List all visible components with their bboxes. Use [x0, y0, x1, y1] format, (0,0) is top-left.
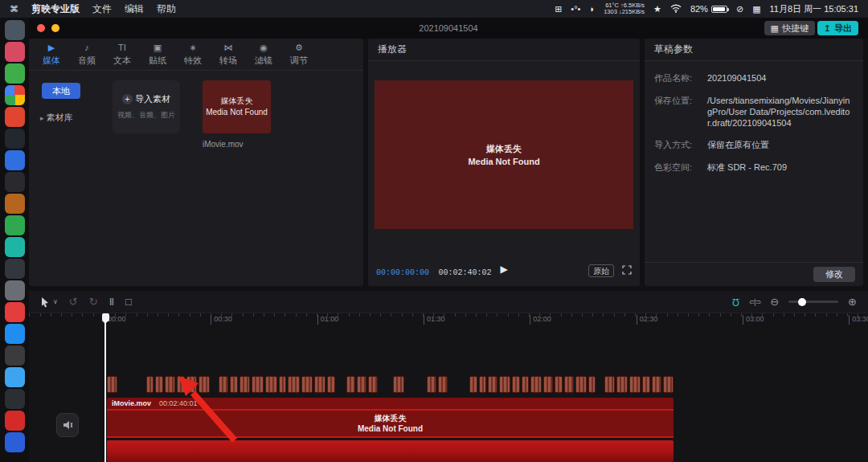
tab-effects[interactable]: ∗特效: [175, 43, 211, 67]
snap-magnet-toggle[interactable]: Ω: [732, 296, 739, 308]
clip-thumbnail[interactable]: [629, 376, 641, 393]
dock-icon-app-1[interactable]: [5, 20, 25, 40]
split-button[interactable]: Ⅱ: [109, 296, 114, 307]
tab-audio[interactable]: ♪音频: [69, 43, 104, 67]
link-preview-toggle[interactable]: ⊂|⊃: [749, 298, 760, 306]
import-material-button[interactable]: +导入素材 视频、音频、图片: [113, 80, 180, 133]
clip-thumbnail[interactable]: [427, 376, 436, 393]
zoom-slider-knob[interactable]: [798, 298, 806, 306]
dock-icon-app-17[interactable]: [5, 367, 25, 387]
clip-thumbnail[interactable]: [279, 376, 286, 393]
menu-help[interactable]: 帮助: [157, 2, 176, 16]
keyboard-input-icon[interactable]: ▦: [752, 4, 760, 14]
dots-status-icon[interactable]: •°•: [571, 4, 580, 14]
network-monitor[interactable]: 61°C ↑6.5KB/s 1303 ↓215KB/s: [604, 2, 645, 16]
clip-thumbnail[interactable]: [230, 376, 238, 393]
dock-icon-app-10[interactable]: [5, 215, 25, 235]
dock-icon-app-6[interactable]: [5, 129, 25, 149]
menu-bar-clock[interactable]: 11月8日 周一 15:05:31: [770, 3, 858, 15]
tab-transition[interactable]: ⋈转场: [211, 43, 246, 67]
clip-thumbnail[interactable]: [522, 376, 529, 393]
dock-icon-app-7[interactable]: [5, 150, 25, 170]
clip-thumbnail[interactable]: [663, 376, 674, 393]
clip-thumbnail[interactable]: [469, 376, 477, 393]
tab-filter[interactable]: ◉滤镜: [246, 43, 281, 67]
clip-thumbnail[interactable]: [288, 376, 300, 393]
clip-thumbnail[interactable]: [543, 376, 553, 393]
dock-icon-app-20[interactable]: [5, 432, 25, 452]
tab-sticker[interactable]: ▣贴纸: [140, 43, 175, 67]
clip-thumbnail[interactable]: [146, 376, 154, 393]
clip-thumbnail[interactable]: [512, 376, 520, 393]
clip-audio-track[interactable]: [107, 440, 674, 462]
clip-thumbnail[interactable]: [155, 376, 163, 393]
clip-thumbnail[interactable]: [393, 376, 404, 393]
zoom-out-button[interactable]: ⊖: [770, 296, 779, 307]
clip-thumbnail[interactable]: [165, 376, 175, 393]
asset-library-item[interactable]: ▸素材库: [40, 112, 98, 124]
delete-button[interactable]: □: [125, 296, 132, 307]
playhead[interactable]: [104, 313, 106, 462]
clip-thumbnail[interactable]: [327, 376, 335, 393]
clip-thumbnail[interactable]: [314, 376, 326, 393]
timeline-zoom-slider[interactable]: [788, 301, 838, 303]
media-missing-thumbnail[interactable]: 媒体丢失 Media Not Found: [203, 80, 271, 133]
select-tool-button[interactable]: ∨: [40, 296, 58, 308]
star-icon[interactable]: ★: [653, 4, 661, 14]
battery-indicator[interactable]: 82%: [690, 4, 727, 14]
clip-thumbnail[interactable]: [530, 376, 542, 393]
clip-thumbnail[interactable]: [499, 376, 510, 393]
clip-thumbnail[interactable]: [616, 376, 628, 393]
play-button[interactable]: ▶: [500, 264, 507, 275]
fullscreen-icon[interactable]: [622, 264, 632, 278]
dock-icon-app-19[interactable]: [5, 411, 25, 431]
clip-thumbnail[interactable]: [107, 376, 117, 393]
dock-icon-app-2[interactable]: [5, 42, 25, 62]
clip-thumbnail[interactable]: [479, 376, 486, 393]
local-tab[interactable]: 本地: [42, 83, 80, 99]
clip-thumbnail[interactable]: [588, 376, 596, 393]
megaphone-icon[interactable]: ◗: [589, 4, 595, 14]
clip-thumbnail[interactable]: [186, 376, 197, 393]
dock-icon-app-9[interactable]: [5, 194, 25, 214]
clip-thumbnail[interactable]: [357, 376, 366, 393]
dock-icon-app-15[interactable]: [5, 324, 25, 344]
export-button[interactable]: ↥ 导出: [817, 21, 858, 35]
timeline-ruler[interactable]: 00:0000:3001:0001:3002:0002:3003:0003:30: [29, 313, 868, 326]
redo-button[interactable]: ↻: [89, 296, 98, 307]
zoom-in-button[interactable]: ⊕: [848, 296, 857, 307]
menu-file[interactable]: 文件: [92, 2, 112, 16]
tab-adjust[interactable]: ⚙调节: [281, 43, 317, 67]
apple-logo-icon[interactable]: ⌘: [10, 4, 18, 14]
clip-thumbnail[interactable]: [564, 376, 574, 393]
dock-icon-app-4[interactable]: [5, 85, 25, 105]
app-menu-title[interactable]: 剪映专业版: [31, 2, 80, 16]
clip-thumbnail[interactable]: [346, 376, 355, 393]
clip-thumbnail[interactable]: [199, 376, 210, 393]
tab-text[interactable]: TI文本: [104, 43, 140, 67]
dock-icon-app-16[interactable]: [5, 345, 25, 366]
clip-thumbnail[interactable]: [265, 376, 277, 393]
clip-thumbnail[interactable]: [252, 376, 264, 393]
app-grid-icon[interactable]: ⊞: [555, 4, 562, 14]
clip-thumbnail[interactable]: [177, 376, 185, 393]
dock-icon-app-3[interactable]: [5, 63, 25, 84]
clip-thumbnail[interactable]: [642, 376, 650, 393]
clip-thumbnail[interactable]: [240, 376, 250, 393]
dock-icon-app-13[interactable]: [5, 280, 25, 301]
clip-thumbnail[interactable]: [219, 376, 228, 393]
dock-icon-app-5[interactable]: [5, 107, 25, 127]
clip-thumbnail[interactable]: [438, 376, 448, 393]
clip-thumbnail[interactable]: [368, 376, 378, 393]
tab-media[interactable]: ▶媒体: [34, 43, 69, 67]
wifi-icon[interactable]: [670, 4, 682, 14]
undo-button[interactable]: ↺: [69, 296, 78, 307]
dock-icon-app-14[interactable]: [5, 302, 25, 322]
clip-thumbnail[interactable]: [652, 376, 661, 393]
clip-thumbnail[interactable]: [555, 376, 563, 393]
track-mute-button[interactable]: [56, 413, 79, 437]
original-quality-button[interactable]: 原始: [588, 264, 614, 277]
crossed-icon[interactable]: ⊘: [736, 4, 743, 14]
menu-edit[interactable]: 编辑: [125, 2, 144, 16]
clip-thumbnail[interactable]: [575, 376, 587, 393]
